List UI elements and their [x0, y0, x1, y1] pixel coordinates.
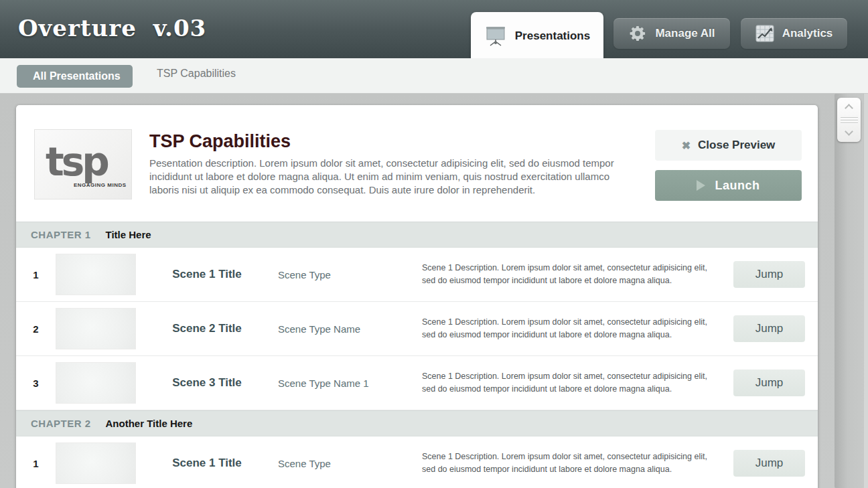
tsp-logo-tagline: ENGAGING MINDS: [74, 182, 127, 188]
scene-description: Scene 1 Description. Lorem ipsum dolor s…: [422, 370, 717, 396]
scrollbar-thumb[interactable]: [837, 98, 861, 142]
scene-type: Scene Type Name 1: [278, 378, 409, 389]
chapter-title: Title Here: [106, 229, 151, 240]
tab-label-analytics: Analytics: [782, 27, 833, 40]
scene-description: Scene 1 Description. Lorem ipsum dolor s…: [422, 262, 717, 287]
breadcrumb-current-page: TSP Capabilities: [157, 68, 236, 80]
scene-thumbnail[interactable]: [56, 308, 136, 349]
scene-number: 3: [16, 378, 56, 389]
jump-button[interactable]: Jump: [733, 450, 805, 477]
scene-type: Scene Type: [278, 458, 409, 469]
breadcrumb-all-presentations[interactable]: All Presentations: [17, 65, 133, 88]
scene-description: Scene 1 Description. Lorem ipsum dolor s…: [422, 451, 717, 476]
tab-analytics[interactable]: Analytics: [741, 18, 847, 49]
tsp-logo-text: tsp: [46, 139, 107, 185]
presentation-title: TSP Capabilities: [149, 131, 291, 152]
app-logo: Overture v.03: [18, 15, 206, 42]
presentation-header: tsp ENGAGING MINDS TSP Capabilities Pese…: [16, 105, 818, 222]
app-window: Overture v.03 Presentations: [0, 0, 868, 488]
scene-row: 3 Scene 3 Title Scene Type Name 1 Scene …: [16, 356, 818, 410]
breadcrumb: All Presentations TSP Capabilities: [0, 58, 868, 94]
presentation-card: tsp ENGAGING MINDS TSP Capabilities Pese…: [16, 105, 818, 488]
scene-thumbnail[interactable]: [56, 362, 136, 404]
scene-title: Scene 3 Title: [136, 376, 278, 390]
tab-manage-all[interactable]: Manage All: [613, 18, 730, 49]
presentation-logo: tsp ENGAGING MINDS: [34, 129, 132, 199]
chapter-2-header: CHAPTER 2 Another Title Here: [16, 410, 818, 436]
presentation-description: Pesentation description. Lorem ipsum dol…: [149, 157, 632, 197]
chapter-label: CHAPTER 2: [31, 418, 91, 429]
gear-icon: [628, 24, 647, 43]
scene-row: 1 Scene 1 Title Scene Type Scene 1 Descr…: [16, 248, 818, 302]
scrollbar-grip: [841, 117, 858, 123]
tab-label-manage-all: Manage All: [655, 27, 715, 40]
play-icon: [697, 180, 705, 191]
content-area: tsp ENGAGING MINDS TSP Capabilities Pese…: [0, 94, 868, 488]
tab-label-presentations: Presentations: [515, 29, 590, 43]
projector-screen-icon: [484, 25, 507, 47]
scene-title: Scene 2 Title: [136, 322, 278, 335]
scene-thumbnail[interactable]: [56, 254, 136, 295]
chevron-down-icon[interactable]: [845, 127, 853, 136]
scene-row: 2 Scene 2 Title Scene Type Name Scene 1 …: [16, 302, 818, 356]
close-preview-label: Close Preview: [698, 139, 775, 152]
close-preview-button[interactable]: ✖ Close Preview: [655, 130, 802, 161]
chart-icon: [755, 25, 774, 42]
scene-type: Scene Type: [278, 269, 409, 280]
scene-row: 1 Scene 1 Title Scene Type Scene 1 Descr…: [16, 436, 818, 488]
jump-button[interactable]: Jump: [733, 261, 805, 288]
chapter-label: CHAPTER 1: [31, 229, 91, 240]
scene-number: 2: [16, 323, 56, 335]
scene-thumbnail[interactable]: [56, 442, 136, 484]
tab-presentations[interactable]: Presentations: [471, 12, 603, 65]
scene-description: Scene 1 Description. Lorem ipsum dolor s…: [422, 316, 717, 341]
scene-title: Scene 1 Title: [136, 268, 278, 281]
launch-button[interactable]: Launch: [655, 170, 802, 201]
scene-type: Scene Type Name: [278, 323, 409, 335]
close-icon: ✖: [682, 139, 691, 152]
app-header: Overture v.03 Presentations: [0, 0, 868, 58]
jump-button[interactable]: Jump: [733, 315, 805, 342]
scene-number: 1: [16, 458, 56, 469]
launch-label: Launch: [715, 179, 760, 193]
chapter-title: Another Title Here: [106, 418, 193, 429]
scrollbar[interactable]: [835, 94, 863, 488]
right-edge-strip: [864, 94, 868, 488]
chevron-up-icon[interactable]: [845, 104, 853, 112]
scene-title: Scene 1 Title: [136, 457, 278, 470]
scene-number: 1: [16, 269, 56, 280]
chapter-1-header: CHAPTER 1 Title Here: [16, 222, 818, 248]
jump-button[interactable]: Jump: [733, 370, 805, 396]
breadcrumb-root-label: All Presentations: [33, 70, 121, 82]
